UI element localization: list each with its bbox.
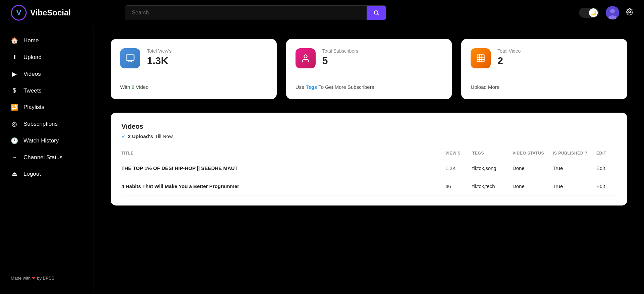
stat-highlight: 2: [131, 84, 134, 90]
search-bar: [125, 5, 386, 20]
row-published-1: True: [553, 177, 596, 195]
stat-card-top-total-video: Total Video 2: [471, 48, 618, 68]
sidebar-item-home[interactable]: 🏠 Home: [0, 32, 94, 49]
sidebar-item-playlists[interactable]: 🔁 Playlists: [0, 99, 94, 116]
sidebar-label-videos: Videos: [23, 71, 41, 77]
svg-rect-8: [126, 55, 134, 60]
stat-label-views: Totel View's: [147, 48, 171, 54]
sidebar-icon-channel-status: →: [11, 154, 18, 161]
table-header-row: TITLE VIEW'S TEGS VIDEO STATUS IS PUBLIS…: [121, 148, 616, 159]
sidebar-icon-subscriptions: ◎: [11, 120, 18, 128]
row-tags-0: tiktok,song: [472, 159, 513, 177]
stat-value-total-video: 2: [497, 55, 521, 66]
col-published: IS PUBLISHED ?: [553, 148, 596, 159]
sidebar-icon-logout: ⏏: [11, 170, 18, 178]
stat-card-bottom-views: With 2 Video: [120, 84, 267, 90]
table-row: THE TOP 1% OF DESI HIP-HOP || SEEDHE MAU…: [121, 159, 616, 177]
stat-text-total-video: Total Video 2: [497, 48, 521, 66]
sidebar-label-channel-status: Channel Status: [23, 154, 62, 161]
row-edit-1[interactable]: Edit: [596, 177, 616, 195]
stat-card-total-video: Total Video 2 Upload More: [461, 39, 627, 99]
app-name: VibeSocial: [30, 8, 71, 17]
settings-icon[interactable]: [626, 8, 633, 17]
avatar-image: [606, 6, 619, 19]
sidebar-item-videos[interactable]: ▶ Videos: [0, 66, 94, 82]
table-row: 4 Habits That Will Make You a Better Pro…: [121, 177, 616, 195]
svg-text:V: V: [16, 8, 21, 17]
search-button[interactable]: [367, 6, 386, 20]
sidebar-footer: Made with ❤ by BPSS: [0, 269, 94, 287]
stat-label-subscribers: Total Subscribers: [322, 48, 358, 54]
sidebar-nav: 🏠 Home ⬆ Upload ▶ Videos $ Tweets 🔁 Play…: [0, 32, 94, 269]
theme-toggle[interactable]: 🌙: [579, 8, 599, 18]
col-views: VIEW'S: [445, 148, 472, 159]
main-content: Totel View's 1.3K With 2 Video Total Sub…: [94, 25, 644, 294]
sidebar-icon-watch-history: 🕐: [11, 137, 18, 144]
avatar[interactable]: [606, 6, 619, 19]
stats-row: Totel View's 1.3K With 2 Video Total Sub…: [111, 39, 627, 99]
stat-card-top-views: Totel View's 1.3K: [120, 48, 267, 68]
row-published-0: True: [553, 159, 596, 177]
footer-suffix: by BPSS: [37, 276, 54, 281]
videos-section-title: Videos: [121, 123, 616, 130]
header-right: 🌙: [579, 6, 633, 19]
sidebar-label-tweets: Tweets: [23, 87, 42, 94]
sidebar-item-tweets[interactable]: $ Tweets: [0, 82, 94, 99]
search-input[interactable]: [125, 6, 367, 20]
stat-text-views: Totel View's 1.3K: [147, 48, 171, 66]
header: V VibeSocial 🌙: [0, 0, 644, 25]
check-icon: ✓: [121, 133, 126, 139]
sidebar-icon-videos: ▶: [11, 70, 18, 78]
uploads-count-value: 2 Upload's: [128, 133, 153, 139]
row-tags-1: tiktok,tech: [472, 177, 513, 195]
row-views-1: 46: [445, 177, 472, 195]
logo-icon: V: [11, 5, 27, 21]
col-title: TITLE: [121, 148, 445, 159]
svg-line-3: [377, 14, 378, 15]
sidebar-label-subscriptions: Subscriptions: [23, 121, 58, 127]
sidebar-icon-tweets: $: [11, 87, 18, 94]
search-icon: [373, 10, 379, 16]
footer-prefix: Made with: [11, 276, 31, 281]
sidebar-icon-playlists: 🔁: [11, 104, 18, 111]
stat-icon-views: [120, 48, 140, 68]
stat-highlight: Tegs: [306, 84, 317, 90]
sidebar-label-upload: Upload: [23, 54, 42, 61]
sidebar-icon-upload: ⬆: [11, 54, 18, 61]
sidebar-item-upload[interactable]: ⬆ Upload: [0, 49, 94, 66]
sidebar-item-subscriptions[interactable]: ◎ Subscriptions: [0, 116, 94, 132]
stat-card-views: Totel View's 1.3K With 2 Video: [111, 39, 277, 99]
svg-rect-11: [477, 55, 484, 62]
stat-value-views: 1.3K: [147, 55, 171, 66]
svg-point-10: [304, 55, 307, 58]
layout: 🏠 Home ⬆ Upload ▶ Videos $ Tweets 🔁 Play…: [0, 25, 644, 294]
stat-text-subscribers: Total Subscribers 5: [322, 48, 358, 66]
stat-icon-total-video: [471, 48, 491, 68]
gear-icon: [626, 8, 633, 15]
sidebar-item-logout[interactable]: ⏏ Logout: [0, 166, 94, 182]
row-edit-0[interactable]: Edit: [596, 159, 616, 177]
sidebar-icon-home: 🏠: [11, 37, 18, 44]
stat-icon-subscribers: [296, 48, 316, 68]
col-tags: TEGS: [472, 148, 513, 159]
svg-point-5: [610, 9, 615, 13]
stat-card-subscribers: Total Subscribers 5 Use Tegs To Get More…: [286, 39, 452, 99]
stat-label-total-video: Total Video: [497, 48, 521, 54]
sidebar-label-watch-history: Watch History: [23, 137, 59, 144]
svg-point-7: [629, 11, 631, 13]
sidebar-item-channel-status[interactable]: → Channel Status: [0, 149, 94, 166]
stat-card-top-subscribers: Total Subscribers 5: [296, 48, 443, 68]
videos-section: Videos ✓ 2 Upload's Till Now TITLE VIEW'…: [111, 113, 627, 205]
heart-icon: ❤: [32, 276, 36, 281]
uploads-count: ✓ 2 Upload's Till Now: [121, 133, 616, 139]
stat-card-bottom-subscribers: Use Tegs To Get More Subscribers: [296, 84, 443, 90]
uploads-suffix: Till Now: [155, 133, 173, 139]
col-status: VIDEO STATUS: [513, 148, 553, 159]
sidebar-label-home: Home: [23, 37, 39, 44]
row-status-1: Done: [513, 177, 553, 195]
logo-area: V VibeSocial: [11, 5, 105, 21]
sidebar-label-logout: Logout: [23, 171, 41, 177]
sidebar-item-watch-history[interactable]: 🕐 Watch History: [0, 132, 94, 149]
row-title-0: THE TOP 1% OF DESI HIP-HOP || SEEDHE MAU…: [121, 159, 445, 177]
col-edit: EDIT: [596, 148, 616, 159]
